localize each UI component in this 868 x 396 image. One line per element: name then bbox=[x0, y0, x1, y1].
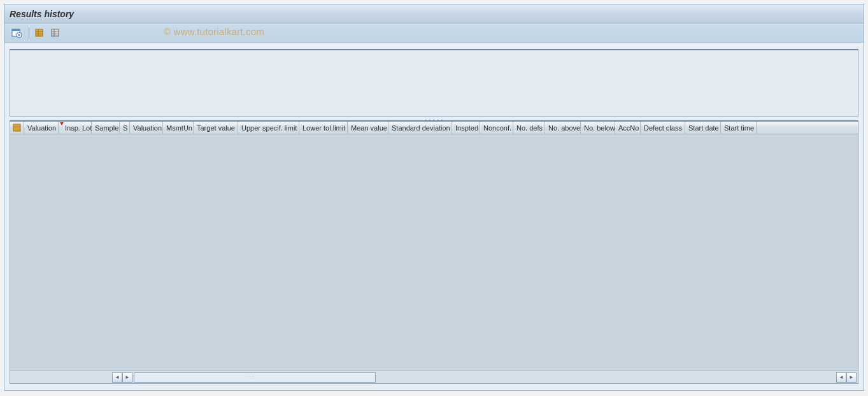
column-header-label: Sample bbox=[95, 124, 118, 132]
horizontal-scrollbar-row: ◄ ► : : ◄ ► bbox=[10, 371, 858, 383]
column-header[interactable]: No. below bbox=[581, 122, 615, 134]
column-header-label: Nonconf. bbox=[483, 124, 511, 132]
column-header[interactable]: Standard deviation bbox=[388, 122, 452, 134]
upper-info-panel bbox=[10, 49, 858, 117]
column-header-label: No. defs bbox=[516, 124, 543, 132]
column-header-label: MsmtUn bbox=[166, 124, 192, 132]
column-header[interactable]: Valuation bbox=[130, 122, 163, 134]
scroll-left-button[interactable]: ◄ bbox=[112, 372, 122, 383]
column-header-label: Valuation bbox=[27, 124, 56, 132]
column-header[interactable]: Upper specif. limit bbox=[238, 122, 299, 134]
column-header-label: Mean value bbox=[351, 124, 387, 132]
scroll-left-end-button[interactable]: ◄ bbox=[836, 372, 846, 383]
column-header[interactable]: MsmtUn bbox=[163, 122, 194, 134]
column-header-label: S bbox=[123, 124, 127, 132]
toolbar: © www.tutorialkart.com bbox=[4, 24, 864, 43]
toolbar-separator bbox=[29, 27, 29, 39]
splitter-handle-icon: ● ● ● ● ● bbox=[425, 118, 444, 120]
column-header[interactable]: Inspted bbox=[452, 122, 480, 134]
column-header[interactable]: Defect class bbox=[641, 122, 685, 134]
grid-header-row: ValuationInsp. LotSampleSValuationMsmtUn… bbox=[10, 122, 858, 134]
details-button[interactable] bbox=[10, 26, 24, 40]
column-header[interactable]: No. above bbox=[545, 122, 581, 134]
column-header-label: Insp. Lot bbox=[65, 124, 92, 132]
column-header-label: Valuation bbox=[133, 124, 162, 132]
column-header-label: No. below bbox=[584, 124, 615, 132]
column-header-label: Inspted bbox=[455, 124, 478, 132]
sort-descending-icon bbox=[60, 122, 64, 125]
column-header-label: Target value bbox=[197, 124, 235, 132]
column-header[interactable]: Insp. Lot bbox=[59, 122, 92, 134]
select-all-column-button[interactable] bbox=[10, 122, 24, 134]
column-header-label: Standard deviation bbox=[392, 124, 450, 132]
column-header[interactable]: Start time bbox=[721, 122, 757, 134]
column-header-label: Start time bbox=[724, 124, 754, 132]
column-header-label: Lower tol.limit bbox=[302, 124, 345, 132]
page-title: Results history bbox=[10, 9, 74, 19]
results-grid: ValuationInsp. LotSampleSValuationMsmtUn… bbox=[10, 120, 858, 384]
column-header-label: Defect class bbox=[644, 124, 682, 132]
column-header[interactable]: Nonconf. bbox=[480, 122, 513, 134]
column-header[interactable]: Valuation bbox=[24, 122, 59, 134]
main-window: Results history bbox=[4, 4, 864, 391]
select-all-icon bbox=[34, 28, 45, 38]
horizontal-scroll-track[interactable]: : : bbox=[134, 372, 376, 383]
column-header[interactable]: Start date bbox=[685, 122, 721, 134]
column-header[interactable]: Lower tol.limit bbox=[299, 122, 348, 134]
select-column-icon bbox=[13, 124, 22, 132]
details-icon bbox=[11, 28, 22, 38]
svg-rect-1 bbox=[12, 29, 20, 31]
title-bar: Results history bbox=[4, 4, 864, 24]
column-header-label: Start date bbox=[688, 124, 719, 132]
deselect-all-button[interactable] bbox=[48, 26, 62, 40]
select-all-button[interactable] bbox=[32, 26, 46, 40]
column-header-label: Upper specif. limit bbox=[241, 124, 297, 132]
column-header-label: No. above bbox=[548, 124, 580, 132]
scroll-thumb-handle-icon: : : bbox=[249, 375, 255, 379]
deselect-all-icon bbox=[50, 28, 60, 38]
grid-body[interactable] bbox=[10, 134, 858, 370]
column-header[interactable]: AccNo bbox=[615, 122, 641, 134]
watermark-text: © www.tutorialkart.com bbox=[164, 26, 264, 37]
column-header[interactable]: Mean value bbox=[348, 122, 388, 134]
column-header[interactable]: Sample bbox=[92, 122, 120, 134]
scroll-right-end-button[interactable]: ► bbox=[846, 372, 857, 383]
column-header-label: AccNo bbox=[618, 124, 639, 132]
column-header[interactable]: No. defs bbox=[513, 122, 545, 134]
scroll-right-button-inner[interactable]: ► bbox=[122, 372, 132, 383]
column-header[interactable]: S bbox=[120, 122, 130, 134]
column-header[interactable]: Target value bbox=[194, 122, 238, 134]
